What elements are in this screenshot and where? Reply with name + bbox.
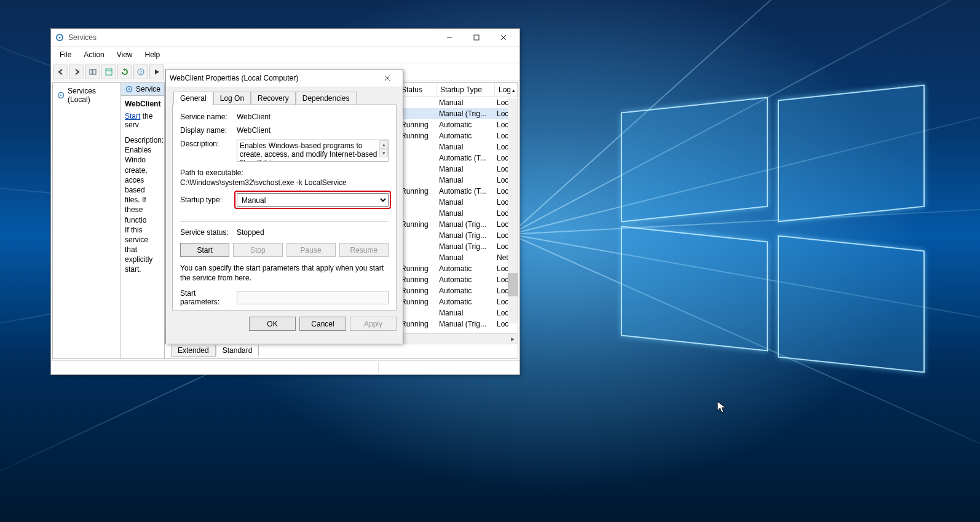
path-value: C:\Windows\system32\svchost.exe -k Local… [180,178,389,187]
display-name-value: WebClient [237,126,389,135]
cell-startup-type: Automatic [435,132,493,140]
refresh-button[interactable] [117,65,132,79]
help-text: You can specify the start parameters tha… [180,263,389,283]
start-params-input [237,291,389,304]
cursor-icon [717,401,727,414]
back-button[interactable] [53,65,68,79]
svg-rect-3 [474,35,479,40]
services-titlebar[interactable]: Services [51,29,520,46]
start-button[interactable]: Start [180,243,229,257]
detail-desc-text: Enables Windo create, acces based files.… [125,146,152,274]
svg-rect-7 [93,69,96,74]
ok-button[interactable]: OK [249,317,296,331]
column-status[interactable]: Status [398,83,437,97]
column-startup-type[interactable]: Startup Type [437,83,495,97]
start-params-label: Start parameters: [180,289,237,306]
cell-startup-type: Automatic (T... [435,154,493,162]
help-button[interactable]: ? [133,65,148,79]
desc-scroll-down-icon[interactable]: ▾ [379,149,388,157]
cell-startup-type: Manual (Trig... [435,320,493,328]
cell-startup-type: Automatic (T... [435,187,493,196]
tree-node-services-local[interactable]: Services (Local) [53,85,121,105]
tab-dependencies[interactable]: Dependencies [296,92,357,105]
cell-startup-type: Manual [435,165,493,173]
cell-startup-type: Automatic [435,275,493,284]
dialog-close-button[interactable] [374,69,400,87]
minimize-button[interactable] [436,29,463,46]
dialog-titlebar[interactable]: WebClient Properties (Local Computer) [166,69,403,87]
svg-rect-8 [106,69,112,75]
cell-startup-type: Manual [435,98,493,107]
general-pane: Service name: WebClient Display name: We… [172,105,397,310]
cell-startup-type: Manual (Trig... [435,220,493,229]
menu-action[interactable]: Action [77,49,110,61]
cell-startup-type: Manual [435,209,493,218]
cell-startup-type: Manual [435,309,493,317]
gear-icon [57,91,65,100]
menu-help[interactable]: Help [139,49,167,61]
scroll-right-icon[interactable]: ▸ [508,334,518,344]
export-button[interactable] [101,65,116,79]
dialog-tabs: General Log On Recovery Dependencies [172,91,397,105]
sort-caret-icon: ▴ [512,87,515,93]
desc-scroll-up-icon[interactable]: ▴ [379,140,388,149]
cell-startup-type: Automatic [435,264,493,273]
service-name-label: Service name: [180,113,237,121]
display-name-label: Display name: [180,126,237,135]
services-title: Services [68,33,436,42]
menu-file[interactable]: File [53,49,77,61]
startup-type-label: Startup type: [180,196,237,204]
show-hide-tree-button[interactable] [85,65,100,79]
properties-dialog: WebClient Properties (Local Computer) Ge… [165,69,403,344]
tree-node-label: Services (Local) [68,87,117,104]
status-bar [51,360,520,374]
service-name-value: WebClient [237,113,389,121]
start-link[interactable]: Start [125,112,140,121]
cell-startup-type: Automatic [435,287,493,295]
pause-button: Pause [286,243,336,257]
gear-icon [55,33,65,42]
tree-pane[interactable]: Services (Local) [53,83,121,358]
cell-startup-type: Manual (Trig... [435,109,493,118]
highlight-box: Manual [234,191,391,209]
svg-text:?: ? [140,69,143,75]
cell-startup-type: Manual (Trig... [435,242,493,251]
detail-header-text: Service [136,85,160,93]
apply-button: Apply [350,317,397,331]
service-status-label: Service status: [180,228,237,237]
tab-standard[interactable]: Standard [216,345,259,357]
cancel-button[interactable]: Cancel [299,317,346,331]
column-logon[interactable]: Log▴ [495,83,518,97]
startup-type-select[interactable]: Manual [237,193,389,207]
cell-startup-type: Manual (Trig... [435,231,493,240]
detail-service-name: WebClient [121,96,164,108]
cell-startup-type: Manual [435,143,493,151]
divider [180,221,389,222]
vertical-scrollbar[interactable] [508,98,518,323]
cell-startup-type: Manual [435,253,493,262]
cell-startup-type: Manual [435,198,493,207]
tab-extended[interactable]: Extended [171,345,216,357]
menu-view[interactable]: View [111,49,139,61]
forward-button[interactable] [69,65,84,79]
detail-desc-label: Description: [125,136,164,144]
tab-general[interactable]: General [173,92,213,105]
service-status-value: Stopped [237,228,264,237]
windows-logo [621,105,941,375]
maximize-button[interactable] [463,29,490,46]
cell-startup-type: Automatic [435,298,493,306]
start-service-button[interactable] [149,65,164,79]
svg-point-15 [128,89,130,90]
close-button[interactable] [490,29,517,46]
detail-pane: Service WebClient Start the serv Descrip… [121,83,165,358]
detail-header: Service [121,83,164,96]
gear-icon [125,85,133,93]
svg-rect-6 [90,69,92,74]
menu-bar: File Action View Help [51,46,520,63]
path-label: Path to executable: [180,168,389,177]
description-box[interactable]: Enables Windows-based programs to create… [237,140,389,162]
tab-logon[interactable]: Log On [213,92,251,105]
svg-point-13 [60,95,61,96]
cell-startup-type: Automatic [435,121,493,129]
tab-recovery[interactable]: Recovery [251,92,296,105]
